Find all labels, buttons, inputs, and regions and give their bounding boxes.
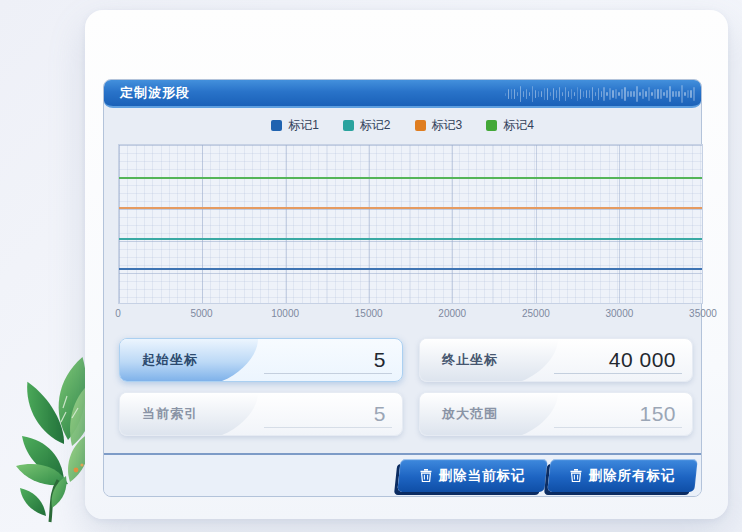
chart-legend: 标记1 标记2 标记3 标记4 bbox=[104, 110, 701, 140]
plant-lower-leaves bbox=[16, 434, 89, 485]
panel-title: 定制波形段 bbox=[104, 84, 190, 102]
end-coordinate-field[interactable]: 终止坐标 40 000 bbox=[419, 338, 693, 382]
trash-icon bbox=[570, 469, 582, 482]
panel-header: 定制波形段 bbox=[104, 80, 701, 108]
delete-current-mark-content: 删除当前标记 bbox=[399, 459, 546, 492]
legend-item-mark4: 标记4 bbox=[486, 117, 534, 134]
field-underline bbox=[554, 373, 682, 374]
delete-current-mark-button[interactable]: 删除当前标记 bbox=[397, 459, 547, 492]
x-tick: 10000 bbox=[271, 308, 299, 319]
x-tick: 15000 bbox=[355, 308, 383, 319]
panel-footer: 删除当前标记 删除所有标记 bbox=[104, 455, 701, 496]
field-label: 终止坐标 bbox=[442, 339, 498, 381]
x-tick: 35000 bbox=[689, 308, 717, 319]
legend-swatch-icon bbox=[343, 120, 354, 131]
x-tick: 20000 bbox=[438, 308, 466, 319]
x-tick: 25000 bbox=[522, 308, 550, 319]
waveform-chart[interactable] bbox=[118, 144, 703, 304]
field-value[interactable]: 5 bbox=[374, 339, 386, 381]
delete-all-marks-button[interactable]: 删除所有标记 bbox=[547, 459, 697, 492]
field-value: 5 bbox=[374, 393, 386, 435]
legend-label: 标记2 bbox=[360, 117, 391, 134]
legend-item-mark1: 标记1 bbox=[271, 117, 319, 134]
legend-item-mark3: 标记3 bbox=[415, 117, 463, 134]
legend-item-mark2: 标记2 bbox=[343, 117, 391, 134]
field-underline bbox=[554, 427, 682, 428]
plant-flower-dot bbox=[74, 468, 79, 473]
x-tick: 0 bbox=[115, 308, 121, 319]
field-label: 放大范围 bbox=[442, 393, 498, 435]
app-card: 定制波形段 标记1 标记2 标记3 标记4 bbox=[85, 10, 728, 519]
field-value: 150 bbox=[639, 393, 676, 435]
zoom-range-field: 放大范围 150 bbox=[419, 392, 693, 436]
field-value[interactable]: 40 000 bbox=[609, 339, 676, 381]
field-underline bbox=[264, 373, 392, 374]
audio-waveform-decoration bbox=[505, 83, 695, 105]
marker-line-4 bbox=[119, 177, 702, 179]
field-label: 起始坐标 bbox=[142, 339, 198, 381]
marker-line-2 bbox=[119, 238, 702, 240]
current-index-field: 当前索引 5 bbox=[119, 392, 403, 436]
legend-label: 标记4 bbox=[503, 117, 534, 134]
button-label: 删除当前标记 bbox=[439, 467, 526, 485]
trash-icon bbox=[420, 469, 432, 482]
field-underline bbox=[264, 427, 392, 428]
legend-swatch-icon bbox=[486, 120, 497, 131]
delete-all-marks-content: 删除所有标记 bbox=[549, 459, 696, 492]
legend-swatch-icon bbox=[271, 120, 282, 131]
waveform-panel: 定制波形段 标记1 标记2 标记3 标记4 bbox=[103, 79, 702, 497]
x-tick: 30000 bbox=[605, 308, 633, 319]
marker-line-1 bbox=[119, 268, 702, 270]
x-axis-ticks: 0 5000 10000 15000 20000 25000 30000 350… bbox=[118, 308, 703, 322]
legend-label: 标记1 bbox=[288, 117, 319, 134]
x-tick: 5000 bbox=[190, 308, 212, 319]
button-label: 删除所有标记 bbox=[589, 467, 676, 485]
field-label: 当前索引 bbox=[142, 393, 198, 435]
marker-line-3 bbox=[119, 207, 702, 209]
start-coordinate-field[interactable]: 起始坐标 5 bbox=[119, 338, 403, 382]
legend-label: 标记3 bbox=[432, 117, 463, 134]
legend-swatch-icon bbox=[415, 120, 426, 131]
